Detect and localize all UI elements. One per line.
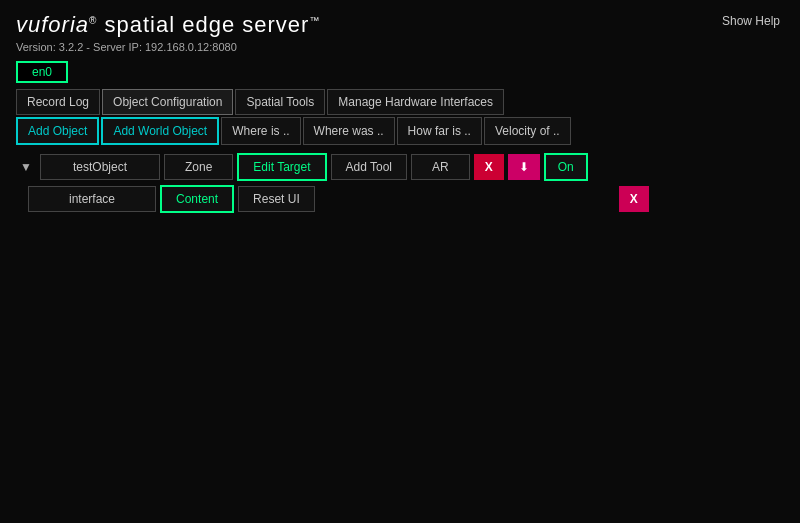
add-object-button[interactable]: Add Object: [16, 117, 99, 145]
object-row-2: interface Content Reset UI X: [28, 185, 800, 213]
velocity-button[interactable]: Velocity of ..: [484, 117, 571, 145]
record-log-button[interactable]: Record Log: [16, 89, 100, 115]
zone-button[interactable]: Zone: [164, 154, 233, 180]
interface-button[interactable]: interface: [28, 186, 156, 212]
object-config-button[interactable]: Object Configuration: [102, 89, 233, 115]
expand-toggle[interactable]: ▼: [16, 158, 36, 176]
header: vuforia® spatial edge server™ Version: 3…: [0, 0, 800, 59]
content-button[interactable]: Content: [160, 185, 234, 213]
ar-button[interactable]: AR: [411, 154, 470, 180]
logo-vuforia: vuforia: [16, 12, 89, 37]
manage-hw-button[interactable]: Manage Hardware Interfaces: [327, 89, 504, 115]
object-row-1: ▼ testObject Zone Edit Target Add Tool A…: [0, 153, 800, 181]
toolbar-row-1: Record Log Object Configuration Spatial …: [0, 89, 800, 115]
show-help-button[interactable]: Show Help: [718, 12, 784, 30]
logo-rest: spatial edge server: [97, 12, 309, 37]
edit-target-button[interactable]: Edit Target: [237, 153, 326, 181]
logo-area: vuforia® spatial edge server™ Version: 3…: [16, 12, 320, 53]
where-was-button[interactable]: Where was ..: [303, 117, 395, 145]
download-icon: ⬇: [519, 160, 529, 174]
en0-button[interactable]: en0: [16, 61, 68, 83]
add-world-object-button[interactable]: Add World Object: [101, 117, 219, 145]
x-button-2[interactable]: X: [619, 186, 649, 212]
reset-ui-button[interactable]: Reset UI: [238, 186, 315, 212]
download-button[interactable]: ⬇: [508, 154, 540, 180]
on-button[interactable]: On: [544, 153, 588, 181]
add-tool-button[interactable]: Add Tool: [331, 154, 407, 180]
where-is-button[interactable]: Where is ..: [221, 117, 300, 145]
logo-tm: ™: [309, 15, 320, 26]
version-text: Version: 3.2.2 - Server IP: 192.168.0.12…: [16, 41, 320, 53]
how-far-button[interactable]: How far is ..: [397, 117, 482, 145]
app-logo: vuforia® spatial edge server™: [16, 12, 320, 38]
x-button-1[interactable]: X: [474, 154, 504, 180]
spatial-tools-button[interactable]: Spatial Tools: [235, 89, 325, 115]
toolbar-row-2: Add Object Add World Object Where is .. …: [0, 117, 800, 145]
test-object-button[interactable]: testObject: [40, 154, 160, 180]
network-bar: en0: [0, 59, 800, 89]
